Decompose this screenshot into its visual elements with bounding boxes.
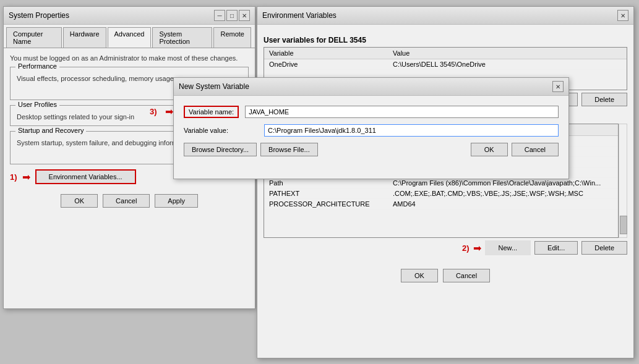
- system-props-title-bar: System Properties ─ □ ✕: [4, 7, 255, 25]
- sys-var-name: Path: [264, 178, 388, 188]
- new-var-title-bar: New System Variable ✕: [174, 78, 568, 96]
- var-name-label-box: Variable name:: [184, 106, 239, 118]
- env-vars-title: Environment Variables: [262, 11, 337, 20]
- arrow-2-icon: ➡: [473, 242, 481, 254]
- startup-recovery-title: Startup and Recovery: [15, 127, 86, 134]
- system-props-apply-button[interactable]: Apply: [155, 194, 198, 208]
- user-var-name: OneDrive: [264, 59, 388, 70]
- var-name-row: 3) ➡ Variable name:: [184, 106, 559, 118]
- minimize-button[interactable]: ─: [214, 10, 225, 21]
- table-row[interactable]: OneDrive C:\Users\DELL 3545\OneDrive: [264, 59, 627, 70]
- env-vars-window: Environment Variables ✕ User variables f…: [257, 6, 634, 358]
- performance-desc: Visual effects, processor scheduling, me…: [17, 75, 176, 82]
- new-var-cancel-button[interactable]: Cancel: [512, 143, 559, 156]
- new-var-close-button[interactable]: ✕: [552, 81, 564, 92]
- sys-var-value: .COM;.EXE;.BAT;.CMD;.VBS;.VBE;.JS;.JSE;.…: [388, 188, 618, 199]
- env-cancel-button[interactable]: Cancel: [443, 269, 490, 282]
- maximize-button[interactable]: □: [226, 10, 238, 21]
- var-name-label: Variable name:: [189, 108, 234, 116]
- user-var-value: C:\Users\DELL 3545\OneDrive: [388, 59, 627, 70]
- browse-buttons: Browse Directory... Browse File...: [184, 143, 318, 156]
- tab-system-protection[interactable]: System Protection: [152, 27, 212, 48]
- performance-title: Performance: [15, 62, 59, 70]
- sys-var-name: PROCESSOR_ARCHITECTURE: [264, 199, 388, 210]
- user-var-col-value: Value: [388, 48, 627, 59]
- tab-advanced[interactable]: Advanced: [108, 27, 152, 48]
- system-props-bottom-buttons: OK Cancel Apply: [10, 189, 249, 213]
- arrow-1-icon: ➡: [22, 171, 30, 183]
- table-row[interactable]: PATHEXT.COM;.EXE;.BAT;.CMD;.VBS;.VBE;.JS…: [264, 188, 618, 199]
- browse-dir-button[interactable]: Browse Directory...: [184, 143, 257, 156]
- new-system-variable-dialog: New System Variable ✕ 3) ➡ Variable name…: [173, 77, 569, 179]
- sys-var-value: C:\Program Files (x86)\Common Files\Orac…: [388, 178, 618, 188]
- close-button[interactable]: ✕: [239, 10, 250, 21]
- system-props-title: System Properties: [9, 11, 69, 20]
- sys-vars-scrollbar[interactable]: [619, 124, 627, 238]
- env-vars-button[interactable]: Environment Variables...: [35, 169, 136, 184]
- table-row[interactable]: PROCESSOR_ARCHITECTUREAMD64: [264, 199, 618, 210]
- env-vars-bottom-buttons: OK Cancel: [264, 264, 627, 287]
- sys-vars-actions-row: 2) ➡ New... Edit... Delete: [264, 240, 627, 255]
- tab-hardware[interactable]: Hardware: [63, 27, 106, 48]
- new-var-content: 3) ➡ Variable name: Variable value: Brow…: [174, 96, 568, 166]
- user-var-col-variable: Variable: [264, 48, 388, 59]
- var-value-input[interactable]: [264, 124, 559, 137]
- startup-desc: System startup, system failure, and debu…: [17, 139, 192, 146]
- env-vars-title-bar: Environment Variables ✕: [257, 7, 633, 25]
- annotation-3: 3): [150, 107, 157, 116]
- scrollbar-thumb: [620, 216, 627, 234]
- user-profiles-title: User Profiles: [15, 101, 59, 108]
- user-vars-title: User variables for DELL 3545: [264, 36, 627, 44]
- system-props-ok-button[interactable]: OK: [61, 194, 98, 208]
- sys-delete-button[interactable]: Delete: [581, 241, 627, 255]
- annotation-2: 2): [462, 243, 470, 253]
- annotation-1: 1): [10, 172, 17, 182]
- user-vars-table: Variable Value OneDrive C:\Users\DELL 35…: [264, 48, 627, 70]
- dialog-ok-cancel: OK Cancel: [471, 143, 559, 156]
- title-bar-buttons: ─ □ ✕: [214, 10, 250, 21]
- tab-remote[interactable]: Remote: [213, 27, 251, 48]
- env-close-button[interactable]: ✕: [617, 10, 628, 21]
- sys-new-button[interactable]: New...: [485, 240, 531, 255]
- new-var-title-buttons: ✕: [552, 81, 564, 92]
- system-props-tabs: Computer Name Hardware Advanced System P…: [4, 25, 255, 48]
- user-profiles-desc: Desktop settings related to your sign-in: [17, 113, 134, 121]
- user-delete-button[interactable]: Delete: [581, 93, 627, 106]
- var-value-label: Variable value:: [184, 127, 264, 134]
- env-ok-button[interactable]: OK: [401, 269, 438, 282]
- sys-var-name: PATHEXT: [264, 188, 388, 199]
- tab-computer-name[interactable]: Computer Name: [6, 27, 62, 48]
- browse-file-button[interactable]: Browse File...: [260, 143, 318, 156]
- new-var-title: New System Variable: [179, 82, 249, 91]
- table-row[interactable]: PathC:\Program Files (x86)\Common Files\…: [264, 178, 618, 188]
- sys-var-value: AMD64: [388, 199, 618, 210]
- arrow-3-icon: ➡: [165, 106, 173, 117]
- sys-edit-button[interactable]: Edit...: [534, 241, 578, 255]
- var-name-input[interactable]: [245, 106, 559, 118]
- dialog-buttons-row: Browse Directory... Browse File... OK Ca…: [184, 143, 559, 156]
- system-props-cancel-button[interactable]: Cancel: [103, 194, 150, 208]
- var-value-row: Variable value:: [184, 124, 559, 137]
- env-title-bar-buttons: ✕: [617, 10, 628, 21]
- admin-note: You must be logged on as an Administrato…: [10, 54, 249, 62]
- new-var-ok-button[interactable]: OK: [471, 143, 508, 156]
